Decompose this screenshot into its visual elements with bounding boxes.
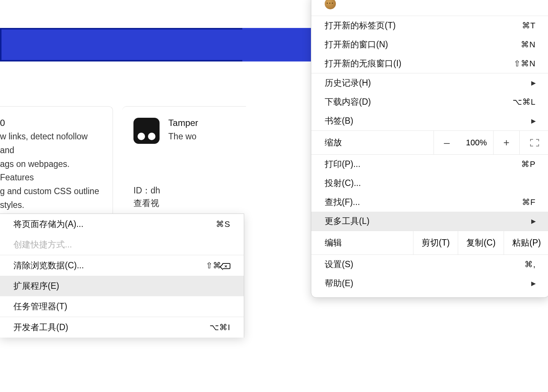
menu-shortcut: ⌥⌘L [513,97,536,107]
extensions-area: 0 w links, detect nofollow and ags on we… [0,106,246,214]
cookie-icon [325,0,336,9]
menu-label: 打开新的标签页(T) [325,20,522,31]
submenu-label: 任务管理器(T) [13,301,230,312]
menu-label: 设置(S) [325,259,525,270]
menu-shortcut: ⌘F [522,197,536,207]
cut-button[interactable]: 剪切(T) [413,231,458,255]
zoom-in-button[interactable]: + [493,131,519,154]
extension-description: The wo [169,130,198,143]
menu-shortcut: ⌘N [521,40,536,50]
submenu-label: 清除浏览数据(C)... [13,260,206,271]
menu-label: 帮助(E) [325,278,531,289]
menu-incognito-window[interactable]: 打开新的无痕窗口(I) ⇧⌘N [311,54,548,73]
menu-shortcut: ⇧⌘N [514,59,536,69]
backspace-icon: × [222,263,230,269]
menu-shortcut: ⌘, [525,260,536,269]
extension-indicator[interactable] [311,0,548,16]
menu-more-tools[interactable]: 更多工具(L) ▶ [311,212,548,231]
menu-label: 投射(C)... [325,177,536,189]
submenu-save-page[interactable]: 将页面存储为(A)... ⌘S [0,214,244,234]
copy-button[interactable]: 复制(C) [458,231,504,255]
menu-label: 更多工具(L) [325,215,531,227]
edit-label: 编辑 [311,231,413,255]
zoom-label: 缩放 [311,131,434,154]
menu-label: 打开新的窗口(N) [325,39,521,50]
menu-label: 下载内容(D) [325,96,513,108]
menu-shortcut: ⌘P [521,159,536,169]
more-tools-submenu: 将页面存储为(A)... ⌘S 创建快捷方式... 清除浏览数据(C)... ⇧… [0,214,244,338]
menu-label: 打开新的无痕窗口(I) [325,58,514,69]
menu-cast[interactable]: 投射(C)... [311,174,548,193]
submenu-devtools[interactable]: 开发者工具(D) ⌥⌘I [0,317,244,338]
fullscreen-button[interactable] [519,131,548,154]
chevron-right-icon: ▶ [531,280,536,287]
chevron-right-icon: ▶ [531,79,536,86]
zoom-value: 100% [460,131,493,154]
menu-find[interactable]: 查找(F)... ⌘F [311,193,548,212]
tampermonkey-icon [133,118,160,144]
extension-description-line: w links, detect nofollow and [0,130,104,157]
menu-new-tab[interactable]: 打开新的标签页(T) ⌘T [311,16,548,35]
edit-controls: 编辑 剪切(T) 复制(C) 粘贴(P) [311,231,548,255]
extension-card[interactable]: 0 w links, detect nofollow and ags on we… [0,106,113,214]
menu-label: 书签(B) [325,115,531,127]
submenu-label: 创建快捷方式... [13,239,230,250]
submenu-task-manager[interactable]: 任务管理器(T) [0,296,244,317]
zoom-out-button[interactable]: – [434,131,460,154]
paste-button[interactable]: 粘贴(P) [504,231,548,255]
menu-help[interactable]: 帮助(E) ▶ [311,274,548,293]
submenu-shortcut: ⌥⌘I [210,323,230,332]
extension-view-link[interactable]: 查看视 [133,196,237,210]
extension-title: Tamper [169,118,198,128]
submenu-label: 将页面存储为(A)... [13,218,216,230]
fullscreen-icon [530,139,539,146]
submenu-shortcut: ⌘S [216,219,230,229]
menu-shortcut: ⌘T [522,21,536,31]
chrome-main-menu: 打开新的标签页(T) ⌘T 打开新的窗口(N) ⌘N 打开新的无痕窗口(I) ⇧… [311,0,548,298]
extension-title: 0 [0,118,104,128]
menu-label: 历史记录(H) [325,77,531,89]
submenu-label: 扩展程序(E) [13,280,230,292]
submenu-create-shortcut: 创建快捷方式... [0,234,244,255]
chevron-right-icon: ▶ [531,218,536,225]
zoom-controls: 缩放 – 100% + [311,130,548,155]
menu-new-window[interactable]: 打开新的窗口(N) ⌘N [311,35,548,54]
menu-bookmarks[interactable]: 书签(B) ▶ [311,111,548,130]
menu-settings[interactable]: 设置(S) ⌘, [311,255,548,274]
menu-label: 查找(F)... [325,196,522,208]
extension-card[interactable]: Tamper The wo ID：dh 查看视 [122,106,246,214]
menu-label: 打印(P)... [325,158,521,170]
extension-description-line: g and custom CSS outline styles. [0,184,104,212]
extension-id-label: ID：dh [133,185,237,196]
submenu-shortcut: ⇧⌘× [206,261,230,271]
chevron-right-icon: ▶ [531,117,536,124]
extension-description-line: ags on webpages. Features [0,157,104,185]
menu-history[interactable]: 历史记录(H) ▶ [311,73,548,92]
submenu-label: 开发者工具(D) [13,322,210,333]
submenu-extensions[interactable]: 扩展程序(E) [0,276,244,296]
banner-highlighted [0,28,243,61]
menu-downloads[interactable]: 下载内容(D) ⌥⌘L [311,92,548,111]
submenu-clear-data[interactable]: 清除浏览数据(C)... ⇧⌘× [0,255,244,276]
menu-print[interactable]: 打印(P)... ⌘P [311,155,548,174]
